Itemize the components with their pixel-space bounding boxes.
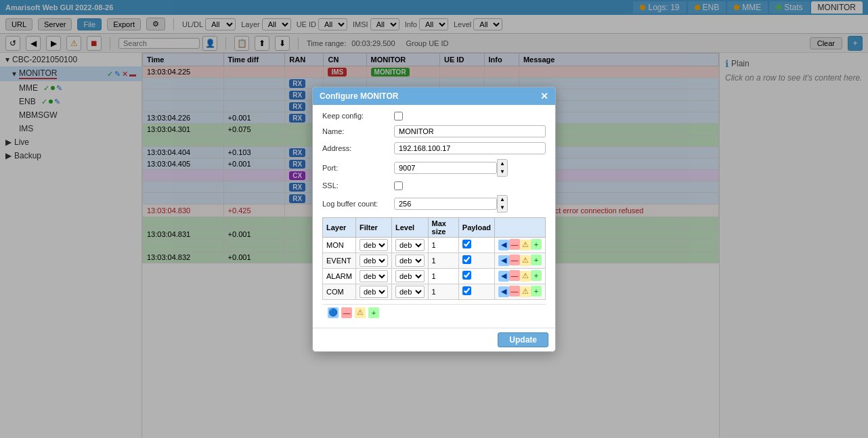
layer-cell-level: debuginfowarnerror — [391, 284, 428, 299]
log-buffer-input[interactable] — [394, 198, 497, 210]
layer-cell-name: ALARM — [323, 268, 356, 284]
layer-col-filter: Filter — [355, 217, 391, 237]
keep-config-label: Keep config: — [322, 112, 390, 120]
level-select[interactable]: debuginfowarnerror — [395, 270, 425, 282]
layer-cell-actions: ◀—⚠+ — [494, 253, 545, 268]
filter-select[interactable]: debuginfowarnerror — [360, 286, 388, 298]
name-input[interactable] — [394, 125, 546, 137]
level-select[interactable]: debuginfowarnerror — [395, 255, 425, 267]
ssl-checkbox[interactable] — [394, 181, 403, 190]
layer-cell-maxsize: 1 — [428, 284, 458, 299]
address-label: Address: — [322, 144, 390, 152]
layer-cell-filter: debuginfowarnerror — [355, 237, 391, 253]
level-select[interactable]: debuginfowarnerror — [395, 286, 425, 298]
layer-add-btn[interactable]: + — [531, 255, 542, 265]
layer-add-btn[interactable]: + — [531, 239, 542, 250]
layer-cell-payload — [458, 284, 494, 299]
port-spin-buttons: ▲ ▼ — [497, 159, 508, 177]
layer-cell-actions: ◀—⚠+ — [494, 284, 545, 299]
layer-cell-filter: debuginfowarnerror — [355, 268, 391, 284]
log-buffer-up-button[interactable]: ▲ — [498, 196, 507, 204]
keep-config-row: Keep config: — [322, 112, 546, 121]
layer-cell-name: COM — [323, 284, 356, 299]
modal-close-button[interactable]: ✕ — [540, 91, 548, 102]
log-buffer-spin-buttons: ▲ ▼ — [497, 195, 508, 213]
layer-red-btn[interactable]: — — [509, 270, 520, 281]
layer-cell-actions: ◀—⚠+ — [494, 268, 545, 284]
layer-col-level: Level — [391, 217, 428, 237]
address-row: Address: — [322, 142, 546, 154]
modal-add-blue-button[interactable]: 🔵 — [328, 307, 339, 318]
layer-red-btn[interactable]: — — [509, 286, 520, 297]
layer-red-btn[interactable]: — — [509, 239, 520, 250]
port-spinner: ▲ ▼ — [394, 159, 508, 177]
modal-remove-red-button[interactable]: — — [341, 307, 352, 318]
filter-select[interactable]: debuginfowarnerror — [360, 239, 388, 251]
layer-warn-btn[interactable]: ⚠ — [520, 286, 531, 297]
layer-row: EVENTdebuginfowarnerrordebuginfowarnerro… — [323, 253, 546, 268]
layer-add-btn[interactable]: + — [531, 286, 542, 297]
ssl-row: SSL: — [322, 181, 546, 190]
log-buffer-down-button[interactable]: ▼ — [498, 204, 507, 212]
layer-col-layer: Layer — [323, 217, 356, 237]
layer-cell-level: debuginfowarnerror — [391, 237, 428, 253]
configure-monitor-modal: Configure MONITOR ✕ Keep config: Name: A… — [312, 87, 556, 352]
log-buffer-count-row: Log buffer count: ▲ ▼ — [322, 195, 546, 213]
layer-blue-btn[interactable]: ◀ — [498, 240, 509, 250]
modal-warn-yellow-button[interactable]: ⚠ — [355, 307, 366, 318]
port-row: Port: ▲ ▼ — [322, 159, 546, 177]
modal-overlay: Configure MONITOR ✕ Keep config: Name: A… — [0, 0, 868, 438]
layer-tbody: MONdebuginfowarnerrordebuginfowarnerror1… — [323, 237, 546, 299]
update-button[interactable]: Update — [498, 332, 548, 347]
layer-warn-btn[interactable]: ⚠ — [520, 240, 531, 250]
modal-title: Configure MONITOR — [320, 91, 398, 101]
layer-cell-name: EVENT — [323, 253, 356, 268]
layer-warn-btn[interactable]: ⚠ — [520, 255, 531, 266]
layer-cell-actions: ◀—⚠+ — [494, 237, 545, 253]
payload-checkbox[interactable] — [462, 286, 471, 295]
log-buffer-count-label: Log buffer count: — [322, 200, 390, 208]
layer-cell-level: debuginfowarnerror — [391, 268, 428, 284]
layer-cell-payload — [458, 268, 494, 284]
layer-row: MONdebuginfowarnerrordebuginfowarnerror1… — [323, 237, 546, 253]
keep-config-checkbox[interactable] — [394, 112, 403, 121]
layer-add-btn[interactable]: + — [531, 270, 542, 281]
layer-cell-maxsize: 1 — [428, 237, 458, 253]
port-label: Port: — [322, 164, 390, 172]
layer-cell-maxsize: 1 — [428, 268, 458, 284]
address-input[interactable] — [394, 142, 546, 154]
modal-body: Keep config: Name: Address: Port: ▲ — [313, 105, 555, 328]
layer-blue-btn[interactable]: ◀ — [498, 286, 509, 297]
layer-row: COMdebuginfowarnerrordebuginfowarnerror1… — [323, 284, 546, 299]
port-input[interactable] — [394, 162, 497, 174]
layer-cell-payload — [458, 253, 494, 268]
layer-cell-filter: debuginfowarnerror — [355, 284, 391, 299]
layer-cell-level: debuginfowarnerror — [391, 253, 428, 268]
modal-header: Configure MONITOR ✕ — [313, 87, 555, 105]
log-buffer-spinner: ▲ ▼ — [394, 195, 508, 213]
layer-cell-filter: debuginfowarnerror — [355, 253, 391, 268]
layer-col-maxsize: Max size — [428, 217, 458, 237]
port-down-button[interactable]: ▼ — [498, 168, 507, 176]
layer-blue-btn[interactable]: ◀ — [498, 255, 509, 266]
layer-blue-btn[interactable]: ◀ — [498, 271, 509, 282]
layer-cell-name: MON — [323, 237, 356, 253]
layer-cell-payload — [458, 237, 494, 253]
filter-select[interactable]: debuginfowarnerror — [360, 255, 388, 267]
modal-bottom-bar: 🔵 — ⚠ + — [322, 304, 546, 321]
layer-col-actions — [494, 217, 545, 237]
layer-col-payload: Payload — [458, 217, 494, 237]
filter-select[interactable]: debuginfowarnerror — [360, 270, 388, 282]
layer-table: Layer Filter Level Max size Payload MONd… — [322, 217, 546, 300]
port-up-button[interactable]: ▲ — [498, 160, 507, 168]
payload-checkbox[interactable] — [462, 271, 471, 280]
payload-checkbox[interactable] — [462, 255, 471, 264]
name-row: Name: — [322, 125, 546, 137]
layer-red-btn[interactable]: — — [509, 255, 520, 265]
modal-add-green-button[interactable]: + — [368, 307, 379, 318]
payload-checkbox[interactable] — [462, 240, 471, 248]
level-select[interactable]: debuginfowarnerror — [395, 239, 425, 251]
layer-cell-maxsize: 1 — [428, 253, 458, 268]
layer-row: ALARMdebuginfowarnerrordebuginfowarnerro… — [323, 268, 546, 284]
layer-warn-btn[interactable]: ⚠ — [520, 271, 531, 282]
